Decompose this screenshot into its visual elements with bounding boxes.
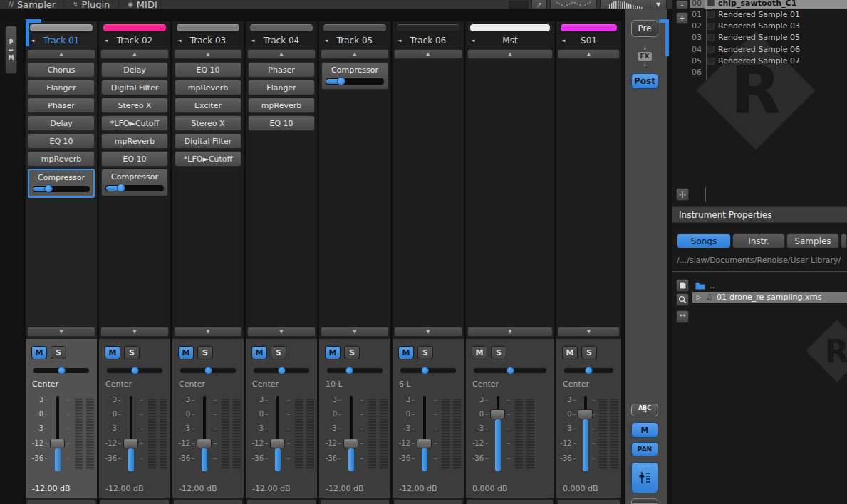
dsp-device-button[interactable]: Delay <box>101 62 168 78</box>
tab-songs[interactable]: Songs <box>677 233 731 248</box>
track-color-bar[interactable] <box>176 23 240 32</box>
mute-button[interactable]: M <box>562 346 578 359</box>
track-color-bar[interactable] <box>103 23 167 32</box>
dsp-device-button[interactable]: Phaser <box>248 62 315 78</box>
instrument-row[interactable]: 00chip_sawtooth_C1 <box>690 0 847 9</box>
dsp-device-button[interactable]: Stereo X <box>101 98 168 113</box>
solo-button[interactable]: S <box>417 346 433 359</box>
dsp-device-button[interactable]: mpReverb <box>28 151 95 167</box>
dsp-collapse-button[interactable]: ▲ <box>321 49 389 59</box>
dsp-collapse-button[interactable]: ▲ <box>174 49 242 59</box>
pan-slider[interactable] <box>254 368 309 373</box>
collapse-left-icon[interactable]: ◄ <box>324 38 328 43</box>
pan-slider[interactable] <box>564 368 613 373</box>
file-row-selected[interactable]: ▷ ♫ 01-drone_re-sampling.xrns <box>692 292 847 303</box>
solo-button[interactable]: S <box>344 346 360 359</box>
dsp-device-button[interactable]: Digital Filter <box>101 80 168 95</box>
track-header[interactable]: ◄S01 <box>556 33 621 48</box>
edit-mode-button[interactable]: ↗ <box>531 0 547 9</box>
slider-knob[interactable] <box>44 184 53 193</box>
tab-instr[interactable]: Instr. <box>732 233 785 248</box>
instrument-properties-bar[interactable]: Instrument Properties <box>672 206 847 223</box>
dsp-collapse-button[interactable]: ▲ <box>558 49 620 59</box>
dsp-expand-button[interactable]: ▼ <box>100 327 169 337</box>
dsp-device-compressor[interactable]: Compressor <box>321 62 388 90</box>
collapse-left-icon[interactable]: ◄ <box>561 38 565 43</box>
volume-fader[interactable] <box>123 394 140 477</box>
pan-slider[interactable] <box>327 368 383 373</box>
pre-fx-button[interactable]: Pre <box>631 20 658 37</box>
track-names-button[interactable]: ABC → <box>631 404 658 416</box>
fader-handle[interactable] <box>270 439 285 448</box>
dsp-device-button[interactable]: mpReverb <box>175 80 241 95</box>
instrument-row[interactable]: 02Rendered Sample 03 <box>690 21 847 32</box>
solo-button[interactable]: S <box>271 346 286 359</box>
dsp-device-button[interactable]: Flanger <box>248 80 315 95</box>
compressor-slider[interactable] <box>33 186 90 192</box>
track-color-bar[interactable] <box>396 23 460 32</box>
search-button[interactable] <box>676 293 689 306</box>
dsp-device-compressor[interactable]: Compressor <box>28 169 95 198</box>
volume-fader[interactable] <box>489 394 506 477</box>
collapse-left-icon[interactable]: ◄ <box>104 38 108 43</box>
instrument-checkbox[interactable] <box>707 23 715 30</box>
track-header[interactable]: ◄Track 02 <box>99 33 170 48</box>
dsp-device-button[interactable]: mpReverb <box>248 98 315 113</box>
dsp-expand-button[interactable]: ▼ <box>247 327 316 337</box>
mute-button[interactable]: M <box>472 346 487 359</box>
envelope-view-button[interactable] <box>550 0 597 9</box>
solo-button[interactable]: S <box>581 346 597 359</box>
slider-knob[interactable] <box>117 184 125 192</box>
collapse-left-icon[interactable]: ◄ <box>177 38 181 43</box>
remove-instrument-button[interactable]: - <box>676 0 688 9</box>
pattern-mixer-toggle[interactable]: P ↔ M <box>5 26 17 74</box>
pan-view-button[interactable]: PAN <box>631 442 658 456</box>
instrument-row[interactable]: 01Rendered Sample 01 <box>690 9 847 20</box>
view-dropdown-button[interactable]: ▼ <box>650 0 667 9</box>
fader-handle[interactable] <box>197 439 212 448</box>
dsp-device-button[interactable]: Digital Filter <box>175 133 241 149</box>
dsp-collapse-button[interactable]: ▲ <box>394 49 462 59</box>
dsp-device-button[interactable]: *LFO►Cutoff <box>175 151 241 167</box>
track-header[interactable]: ◄Track 06 <box>393 33 464 48</box>
fader-handle[interactable] <box>343 439 358 448</box>
instrument-row[interactable]: 04Rendered Sample 06 <box>690 43 847 55</box>
dsp-device-button[interactable]: *LFO►Cutoff <box>101 115 168 131</box>
track-color-bar[interactable] <box>323 23 387 32</box>
dsp-device-button[interactable]: Exciter <box>175 98 241 113</box>
dsp-device-button[interactable]: EQ 10 <box>101 151 168 167</box>
collapse-left-icon[interactable]: ◄ <box>251 38 254 43</box>
add-instrument-button[interactable]: + <box>676 12 688 24</box>
dsp-expand-button[interactable]: ▼ <box>321 327 389 337</box>
pan-slider[interactable] <box>33 368 89 373</box>
track-header[interactable]: ◄Mst <box>466 33 554 48</box>
slider-knob[interactable] <box>337 77 345 85</box>
solo-button[interactable]: S <box>124 346 140 359</box>
dsp-device-button[interactable]: EQ 10 <box>175 62 241 78</box>
compressor-slider[interactable] <box>326 78 384 85</box>
collapse-left-icon[interactable]: ◄ <box>397 38 401 43</box>
mute-button[interactable]: M <box>325 346 341 359</box>
solo-button[interactable]: S <box>51 346 66 359</box>
parent-folder-row[interactable]: .. <box>692 280 847 291</box>
dsp-device-button[interactable]: Chorus <box>28 62 95 78</box>
vol-button-partial[interactable] <box>631 498 658 504</box>
pan-knob[interactable] <box>131 367 139 374</box>
dsp-collapse-button[interactable]: ▲ <box>467 49 553 59</box>
track-header[interactable]: ◄Track 05 <box>319 33 390 48</box>
instrument-row[interactable]: 06 <box>690 67 847 78</box>
dsp-device-button[interactable]: Phaser <box>28 98 95 113</box>
dsp-collapse-button[interactable]: ▲ <box>247 49 316 59</box>
dsp-collapse-button[interactable]: ▲ <box>27 49 95 59</box>
dsp-expand-button[interactable]: ▼ <box>558 327 620 337</box>
dsp-device-button[interactable]: Stereo X <box>175 115 241 131</box>
mute-button[interactable]: M <box>105 346 120 359</box>
pan-knob[interactable] <box>506 367 514 374</box>
instrument-checkbox[interactable] <box>707 11 715 18</box>
instrument-checkbox[interactable] <box>707 0 715 6</box>
volume-fader[interactable] <box>269 394 286 477</box>
track-header[interactable]: ◄Track 04 <box>246 33 317 48</box>
mute-button[interactable]: M <box>31 346 47 359</box>
dsp-device-button[interactable]: mpReverb <box>101 133 168 149</box>
pan-slider[interactable] <box>107 368 162 373</box>
